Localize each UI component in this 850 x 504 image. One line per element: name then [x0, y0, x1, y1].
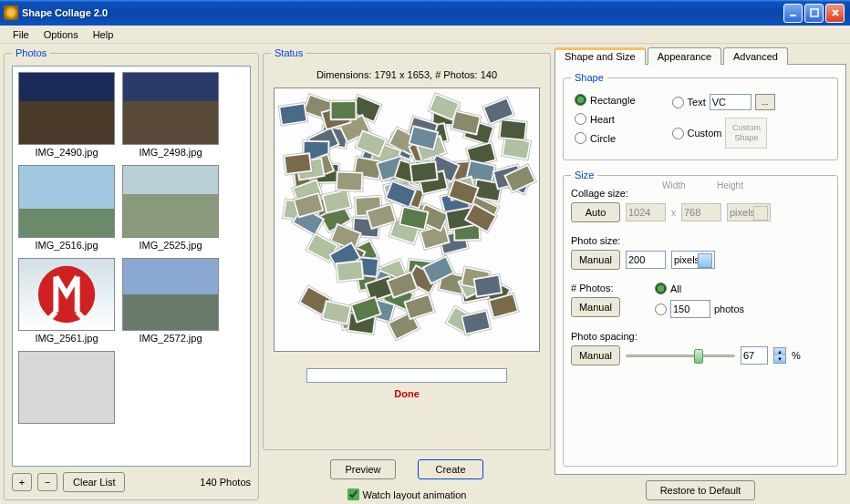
- shape-heart-label: Heart: [590, 114, 615, 125]
- collage-size-label: Collage size:: [571, 188, 644, 199]
- list-item[interactable]: IMG_2516.jpg: [18, 165, 115, 251]
- thumb-label: IMG_2516.jpg: [18, 240, 115, 251]
- shape-legend: Shape: [571, 72, 607, 83]
- spacing-spinner[interactable]: ▲▼: [773, 347, 786, 364]
- list-item[interactable]: IMG_2525.jpg: [122, 165, 219, 251]
- svg-rect-0: [790, 15, 796, 16]
- app-icon: [4, 5, 18, 20]
- svg-rect-217: [337, 262, 363, 280]
- list-item[interactable]: IMG_2572.jpg: [122, 258, 219, 344]
- photo-size-label: Photo size:: [571, 235, 644, 246]
- spacing-mode-button[interactable]: Manual: [571, 345, 620, 365]
- percent-label: %: [792, 350, 801, 361]
- numphotos-input[interactable]: [670, 300, 710, 318]
- numphotos-all-radio[interactable]: [655, 283, 667, 294]
- chevron-down-icon: ▼: [774, 355, 785, 363]
- shape-group: Shape Rectangle Heart Circle Text ...: [563, 72, 838, 160]
- menu-file[interactable]: File: [5, 27, 36, 42]
- collage-size-mode-button[interactable]: Auto: [571, 202, 620, 222]
- custom-shape-box[interactable]: Custom Shape: [725, 118, 767, 149]
- list-item[interactable]: IMG_2561.jpg: [18, 258, 115, 344]
- svg-rect-121: [285, 154, 311, 173]
- shape-heart-radio[interactable]: [575, 113, 586, 125]
- photos-legend: Photos: [12, 47, 50, 58]
- remove-photo-button[interactable]: −: [37, 473, 57, 491]
- collage-preview: [274, 87, 540, 352]
- thumb-label: IMG_2561.jpg: [18, 333, 115, 344]
- size-group: Size Collage size: Width Height Auto x p…: [563, 170, 838, 467]
- tab-appearance[interactable]: Appearance: [648, 47, 721, 65]
- minimize-button[interactable]: [783, 4, 803, 23]
- spacing-label: Photo spacing:: [571, 331, 644, 342]
- create-button[interactable]: Create: [418, 459, 483, 479]
- tab-page-shape-size: Shape Rectangle Heart Circle Text ...: [555, 64, 846, 475]
- watch-animation-label: Watch layout animation: [363, 489, 467, 500]
- svg-rect-207: [280, 104, 306, 123]
- thumbnail: [122, 72, 219, 145]
- photo-size-input[interactable]: [626, 251, 666, 269]
- thumb-label: IMG_2525.jpg: [122, 240, 219, 251]
- shape-circle-radio[interactable]: [575, 132, 586, 144]
- menu-help[interactable]: Help: [86, 27, 121, 42]
- tab-shape-size[interactable]: Shape and Size: [555, 47, 646, 65]
- dimensions-text: Dimensions: 1791 x 1653, # Photos: 140: [316, 69, 497, 80]
- close-button[interactable]: [825, 4, 845, 23]
- thumbnail: [18, 72, 115, 145]
- numphotos-count-radio[interactable]: [655, 303, 667, 315]
- window-title: Shape Collage 2.0: [22, 7, 783, 18]
- menu-options[interactable]: Options: [36, 27, 86, 42]
- numphotos-label: # Photos:: [571, 283, 644, 293]
- progress-bar: [306, 368, 507, 383]
- photo-size-mode-button[interactable]: Manual: [571, 250, 620, 270]
- shape-text-label: Text: [688, 97, 706, 108]
- thumb-label: IMG_2498.jpg: [122, 147, 219, 158]
- watch-animation-checkbox[interactable]: [347, 489, 359, 500]
- shape-custom-label: Custom: [688, 128, 722, 139]
- thumb-label: IMG_2490.jpg: [18, 147, 115, 158]
- list-item[interactable]: IMG_2490.jpg: [18, 72, 115, 158]
- shape-text-radio[interactable]: [672, 97, 684, 108]
- thumbnail: [122, 258, 219, 331]
- thumbnail: [122, 165, 219, 238]
- tab-advanced[interactable]: Advanced: [723, 47, 788, 65]
- chevron-up-icon: ▲: [774, 348, 785, 355]
- maximize-button[interactable]: [804, 4, 824, 23]
- collage-unit-select: pixels: [727, 203, 771, 221]
- restore-default-button[interactable]: Restore to Default: [646, 480, 755, 500]
- add-photo-button[interactable]: +: [12, 473, 32, 491]
- size-legend: Size: [571, 170, 597, 180]
- thumbnail: [18, 351, 115, 424]
- width-header: Width: [662, 180, 686, 190]
- svg-rect-211: [332, 102, 356, 118]
- thumbnail: [18, 258, 115, 331]
- shape-text-browse-button[interactable]: ...: [755, 94, 775, 110]
- svg-rect-1: [811, 9, 818, 16]
- photos-word: photos: [714, 303, 744, 314]
- shape-rectangle-radio[interactable]: [575, 94, 586, 106]
- thumb-label: IMG_2572.jpg: [122, 333, 219, 344]
- preview-button[interactable]: Preview: [330, 459, 396, 479]
- height-header: Height: [717, 180, 743, 190]
- spacing-slider[interactable]: [626, 346, 735, 365]
- list-item[interactable]: IMG_2498.jpg: [122, 72, 219, 158]
- menubar: File Options Help: [0, 26, 850, 44]
- numphotos-mode-button[interactable]: Manual: [571, 297, 620, 317]
- shape-text-input[interactable]: [710, 94, 752, 110]
- clear-list-button[interactable]: Clear List: [63, 472, 125, 492]
- photos-list[interactable]: IMG_2490.jpg IMG_2498.jpg IMG_2516.jpg I…: [12, 66, 251, 467]
- status-legend: Status: [271, 47, 306, 58]
- svg-rect-193: [337, 173, 361, 190]
- photos-count: 140 Photos: [200, 477, 251, 488]
- photos-panel: Photos IMG_2490.jpg IMG_2498.jpg IMG_251…: [4, 47, 259, 500]
- photo-unit-select[interactable]: pixels: [671, 251, 715, 269]
- tabs: Shape and Size Appearance Advanced: [555, 47, 846, 65]
- shape-custom-radio[interactable]: [672, 128, 684, 139]
- svg-rect-223: [411, 162, 437, 181]
- shape-circle-label: Circle: [590, 133, 616, 144]
- list-item[interactable]: [18, 351, 115, 424]
- numphotos-all-label: All: [670, 283, 681, 294]
- titlebar: Shape Collage 2.0: [0, 0, 850, 26]
- collage-width-input: [626, 203, 666, 221]
- collage-height-input: [681, 203, 721, 221]
- spacing-input[interactable]: [741, 346, 768, 365]
